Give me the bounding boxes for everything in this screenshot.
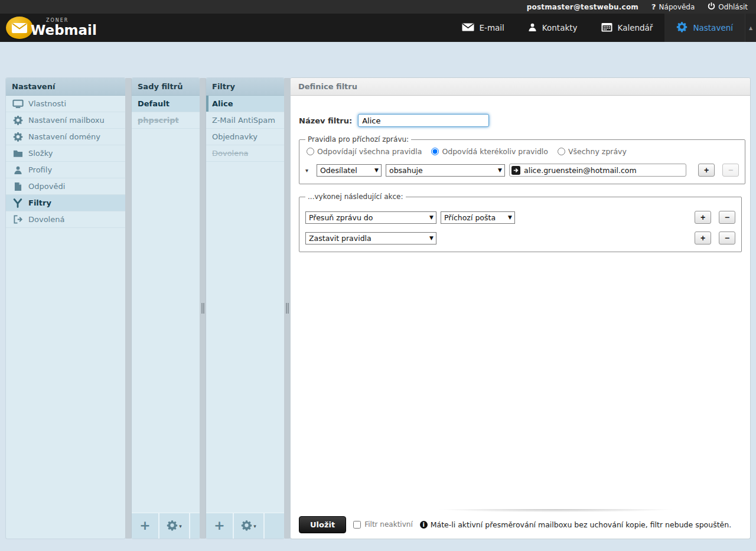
radio-input[interactable] <box>431 148 439 155</box>
filter-name-input[interactable] <box>358 114 489 127</box>
logout-door-icon <box>12 215 24 224</box>
add-rule-button[interactable]: + <box>698 164 715 177</box>
nav-item-settings[interactable]: Nastavení <box>664 14 745 42</box>
column-splitter[interactable] <box>284 78 291 539</box>
sidebar-item-odpovedi[interactable]: Odpovědi <box>6 178 125 195</box>
help-link[interactable]: ? Nápověda <box>651 2 695 11</box>
filters-title: Filtry <box>206 78 284 96</box>
gear-icon <box>167 520 178 533</box>
column-splitter[interactable] <box>200 78 206 539</box>
filter-set-item-default[interactable]: Default <box>132 96 200 112</box>
sidebar-item-nastaveni-mailboxu[interactable]: Nastavení mailboxu <box>6 112 125 129</box>
sidebar-item-label: Nastavení domény <box>28 132 100 141</box>
filter-set-item-phpscript[interactable]: phpscript <box>132 112 200 129</box>
list-item-label: phpscript <box>138 116 179 125</box>
info-icon: i <box>420 521 428 529</box>
add-action-button[interactable]: + <box>695 232 711 244</box>
footer-note: i Máte-li aktivní přesměrování mailboxu … <box>420 520 731 529</box>
rules-legend: Pravidla pro příchozí zprávu: <box>305 135 411 144</box>
logout-link[interactable]: Odhlásit <box>708 2 748 12</box>
radio-input[interactable] <box>558 148 565 155</box>
filter-inactive-toggle[interactable]: Filtr neaktivní <box>353 520 413 529</box>
filter-inactive-label: Filtr neaktivní <box>364 520 413 529</box>
sidebar-item-label: Dovolená <box>28 215 64 224</box>
filter-sets-toolbar: + ▾ <box>132 513 200 539</box>
chevron-up-icon: ▲ <box>749 25 752 31</box>
nav-item-contacts[interactable]: Kontakty <box>516 14 589 42</box>
radio-all-messages[interactable]: Všechny zprávy <box>558 147 627 156</box>
save-button[interactable]: Uložit <box>299 516 346 533</box>
list-item-label: Z-Mail AntiSpam <box>212 116 275 125</box>
envelope-icon <box>462 23 474 33</box>
filter-menu-button[interactable]: ▾ <box>234 513 265 539</box>
match-mode-radios: Odpovídají všechna pravidla Odpovídá kte… <box>307 147 739 156</box>
filter-name-row: Název filtru: <box>299 114 750 127</box>
nav-label: Kontakty <box>542 23 578 32</box>
rule-operator-select[interactable]: obsahuje <box>386 164 505 177</box>
rule-expand-caret-icon[interactable]: ▾ <box>305 167 312 174</box>
person-icon <box>12 165 24 175</box>
sidebar-item-vlastnosti[interactable]: Vlastnosti <box>6 96 125 112</box>
filter-item-dovolena[interactable]: Dovolena <box>206 145 284 162</box>
sidebar-item-filtry[interactable]: Filtry <box>6 195 125 211</box>
sidebar-item-label: Filtry <box>28 198 51 207</box>
sidebar-item-dovolena[interactable]: Dovolená <box>6 211 125 228</box>
radio-input[interactable] <box>307 148 314 155</box>
remove-action-button[interactable]: − <box>719 232 735 244</box>
filter-item-zmail-antispam[interactable]: Z-Mail AntiSpam <box>206 112 284 129</box>
chevron-down-icon: ▾ <box>179 523 182 529</box>
filter-sets-title: Sady filtrů <box>132 78 200 96</box>
action-type-select[interactable]: Přesuň zprávu do <box>305 211 436 224</box>
logout-label: Odhlásit <box>718 3 748 11</box>
monitor-icon <box>12 99 24 109</box>
radio-match-any[interactable]: Odpovídá kterékoliv pravidlo <box>431 147 548 156</box>
brand-name: Webmail <box>31 24 97 37</box>
radio-label: Odpovídá kterékoliv pravidlo <box>442 147 548 156</box>
rule-value-input[interactable] <box>509 164 686 177</box>
filter-set-menu-button[interactable]: ▾ <box>159 513 190 539</box>
filter-item-objednavky[interactable]: Objednavky <box>206 129 284 145</box>
add-filter-set-button[interactable]: + <box>132 513 159 539</box>
actions-fieldset: ...vykonej následující akce: Přesuň zprá… <box>299 193 742 252</box>
nav-item-calendar[interactable]: Kalendář <box>589 14 665 42</box>
remove-action-button[interactable]: − <box>719 211 735 224</box>
actions-legend: ...vykonej následující akce: <box>305 193 406 201</box>
gear-icon <box>12 115 24 125</box>
column-splitter[interactable] <box>125 78 132 539</box>
brand-envelope-icon <box>6 17 33 39</box>
sidebar-item-slozky[interactable]: Složky <box>6 145 125 162</box>
action-type-select[interactable]: Zastavit pravidla <box>305 232 436 244</box>
question-icon: ? <box>651 2 656 11</box>
sidebar-item-label: Složky <box>28 149 53 158</box>
gear-icon <box>676 21 687 34</box>
nav-item-email[interactable]: E-mail <box>450 14 516 42</box>
action-row: Zastavit pravidla ▼ + − <box>305 232 735 244</box>
panel-title: Definice filtru <box>291 78 750 96</box>
sidebar-item-nastaveni-domeny[interactable]: Nastavení domény <box>6 129 125 145</box>
sidebar-item-profily[interactable]: Profily <box>6 162 125 178</box>
gear-icon <box>241 520 252 533</box>
navbar: ZONER Webmail E-mail Kontakty Kalendář N… <box>0 14 756 42</box>
brand-logo[interactable]: ZONER Webmail <box>6 14 106 42</box>
calendar-icon <box>601 22 612 34</box>
power-icon <box>708 2 715 12</box>
action-target-select[interactable]: Příchozí pošta <box>441 211 515 224</box>
gear-icon <box>12 132 24 142</box>
filter-item-alice[interactable]: Alice <box>206 96 284 112</box>
filter-definition-panel: Definice filtru Název filtru: Pravidla p… <box>291 78 750 539</box>
rule-field-select[interactable]: Odesílatel <box>317 164 382 177</box>
filter-sets-panel: Sady filtrů Default phpscript + ▾ <box>132 78 200 539</box>
topbar: postmaster@testwebu.com ? Nápověda Odhlá… <box>0 0 756 14</box>
list-item-label: Objednavky <box>212 132 258 141</box>
rules-fieldset: Pravidla pro příchozí zprávu: Odpovídají… <box>299 135 745 184</box>
add-action-button[interactable]: + <box>695 211 711 224</box>
filter-inactive-checkbox[interactable] <box>353 521 361 529</box>
chevron-down-icon: ▾ <box>253 523 256 529</box>
editor-footer: Uložit Filtr neaktivní i Máte-li aktivní… <box>291 510 750 539</box>
add-filter-button[interactable]: + <box>206 513 234 539</box>
nav-label: Nastavení <box>693 23 733 32</box>
insert-variable-icon[interactable] <box>511 166 520 177</box>
radio-match-all[interactable]: Odpovídají všechna pravidla <box>307 147 422 156</box>
radio-label: Všechny zprávy <box>568 147 627 156</box>
collapse-nav-button[interactable]: ▲ <box>745 14 756 42</box>
